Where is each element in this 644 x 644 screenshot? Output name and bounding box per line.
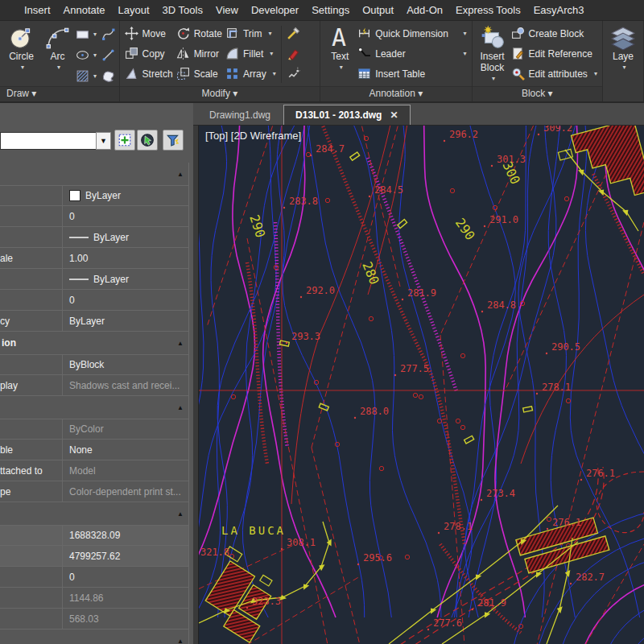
- property-value[interactable]: ByColor: [63, 419, 188, 439]
- collapse-arrow-icon[interactable]: ▲: [177, 510, 184, 518]
- cblock-icon: [511, 27, 525, 40]
- edit-attributes-button[interactable]: Edit attributes▾: [510, 64, 599, 84]
- property-value[interactable]: 1144.86: [63, 588, 188, 608]
- array-button[interactable]: Array▾: [224, 64, 278, 84]
- section-header[interactable]: ▲: [0, 401, 188, 414]
- menu-layout[interactable]: Layout: [118, 4, 150, 16]
- palette-canvas-divider[interactable]: [193, 126, 199, 644]
- copy-button[interactable]: Copy: [123, 43, 175, 64]
- panel-label-modify[interactable]: Modify ▾: [120, 86, 320, 101]
- create-block-button[interactable]: Create Block: [510, 23, 599, 43]
- move-button[interactable]: Move: [123, 23, 175, 43]
- menu-annotate[interactable]: Annotate: [64, 4, 105, 16]
- menu-express-tools[interactable]: Express Tools: [456, 4, 521, 16]
- collapse-arrow-icon[interactable]: ▲: [177, 171, 184, 178]
- trim-icon: [225, 27, 239, 40]
- property-value[interactable]: Shadows cast and recei...: [63, 375, 188, 395]
- region-tool-button[interactable]: [101, 67, 115, 86]
- property-value[interactable]: 0: [63, 290, 188, 310]
- erase-button[interactable]: [285, 43, 302, 64]
- property-value[interactable]: Color-dependent print st...: [63, 481, 188, 502]
- rotate-button[interactable]: Rotate: [175, 23, 224, 43]
- segment-tool-button[interactable]: [101, 45, 115, 64]
- ribbon-panel-block: Insert Block▾Create BlockEdit ReferenceE…: [473, 21, 603, 101]
- stretch-button[interactable]: Stretch: [123, 64, 175, 84]
- property-row: ByBlock: [0, 354, 188, 375]
- section-header[interactable]: ▲: [0, 634, 188, 644]
- property-value[interactable]: ByLayer: [63, 186, 188, 205]
- property-value[interactable]: 1.00: [63, 248, 188, 268]
- svg-text:A: A: [332, 25, 346, 51]
- property-value[interactable]: 0: [63, 567, 188, 587]
- button-label: Quick Dimension: [375, 28, 448, 39]
- dropdown-arrow-icon: ▾: [57, 62, 60, 73]
- leader-button[interactable]: Leader▾: [356, 43, 468, 64]
- insert-block-button[interactable]: Insert Block▾: [476, 23, 510, 86]
- property-value[interactable]: 4799257.62: [63, 546, 188, 566]
- dropdown-arrow-icon: ▾: [93, 31, 97, 38]
- panel-label-draw[interactable]: Draw ▾: [0, 86, 119, 101]
- tab-d13l01-active[interactable]: D13L01 - 2013.dwg ✕: [283, 105, 410, 125]
- tab-drawing1[interactable]: Drawing1.dwg: [198, 105, 282, 125]
- property-value[interactable]: ByLayer: [63, 269, 188, 289]
- drawing-canvas[interactable]: [Top] [2D Wireframe] 284.7296.2309.2301.…: [199, 126, 644, 644]
- menu-3d-tools[interactable]: 3D Tools: [163, 4, 203, 16]
- spline-tool-button[interactable]: [101, 24, 115, 43]
- property-value[interactable]: Model: [63, 460, 188, 481]
- elevation-label: 292.0: [306, 285, 335, 296]
- property-label: ble: [0, 440, 63, 460]
- text-button[interactable]: AText▾: [324, 23, 356, 86]
- property-value[interactable]: 1688328.09: [63, 526, 188, 545]
- property-label: [0, 227, 63, 247]
- collapse-arrow-icon[interactable]: ▲: [177, 340, 184, 347]
- panel-label-block[interactable]: Block ▾: [473, 86, 602, 101]
- property-label: cy: [0, 311, 63, 331]
- viewport-controls-label[interactable]: [Top] [2D Wireframe]: [205, 130, 301, 142]
- fillet-button[interactable]: Fillet▾: [224, 43, 278, 64]
- mirror-button[interactable]: Mirror: [175, 43, 224, 64]
- section-header[interactable]: ion▲: [0, 336, 188, 349]
- menu-developer[interactable]: Developer: [251, 4, 299, 16]
- close-tab-icon[interactable]: ✕: [390, 109, 398, 121]
- ellipse-tool-button[interactable]: ▾: [76, 45, 97, 64]
- collapse-arrow-icon[interactable]: ▲: [177, 404, 184, 411]
- quick-dimension-button[interactable]: Quick Dimension▾: [356, 23, 468, 43]
- menu-insert[interactable]: Insert: [24, 4, 51, 16]
- combo-dropdown-arrow-icon[interactable]: ▼: [96, 132, 111, 150]
- laye-button[interactable]: Laye▾: [606, 23, 640, 101]
- panel-label-annotation[interactable]: Annotation ▾: [320, 86, 471, 101]
- select-objects-button[interactable]: [137, 130, 158, 151]
- property-value[interactable]: ByLayer: [63, 311, 188, 331]
- rect-tool-button[interactable]: ▾: [76, 24, 97, 43]
- section-header[interactable]: ▲: [0, 507, 188, 520]
- property-value[interactable]: 0: [63, 206, 188, 226]
- hatch-tool-button[interactable]: ▾: [76, 67, 97, 86]
- edit-reference-button[interactable]: Edit Reference: [510, 43, 599, 64]
- quick-select-button[interactable]: [163, 130, 184, 151]
- menu-add-on[interactable]: Add-On: [407, 4, 443, 16]
- property-value[interactable]: ByBlock: [63, 355, 188, 374]
- menu-settings[interactable]: Settings: [312, 4, 349, 16]
- pickadd-toggle-button[interactable]: [114, 130, 135, 151]
- property-value[interactable]: ByLayer: [63, 227, 188, 247]
- menu-output[interactable]: Output: [362, 4, 394, 16]
- insert-table-button[interactable]: Insert Table: [356, 64, 468, 84]
- trim-button[interactable]: Trim▾: [224, 23, 278, 43]
- property-value[interactable]: 568.03: [63, 609, 188, 629]
- arc-button[interactable]: Arc▾: [39, 23, 76, 86]
- menu-easyarch3[interactable]: EasyArch3: [534, 4, 584, 16]
- measure-button[interactable]: [285, 23, 302, 43]
- dropdown-arrow-icon: ▾: [492, 73, 495, 85]
- circle-button[interactable]: Circle▾: [3, 23, 39, 86]
- pickadd-icon: [118, 133, 132, 147]
- property-value-text: ByLayer: [69, 316, 105, 327]
- selection-filter-combo[interactable]: [0, 132, 97, 150]
- property-value[interactable]: None: [63, 440, 188, 460]
- section-header[interactable]: ▲: [0, 167, 188, 180]
- collapse-arrow-icon[interactable]: ▲: [177, 638, 184, 644]
- property-label: [0, 206, 63, 226]
- property-label: ttached to: [0, 460, 63, 481]
- scale-button[interactable]: Scale: [175, 64, 224, 84]
- explode-button[interactable]: [285, 64, 302, 84]
- menu-view[interactable]: View: [216, 4, 238, 16]
